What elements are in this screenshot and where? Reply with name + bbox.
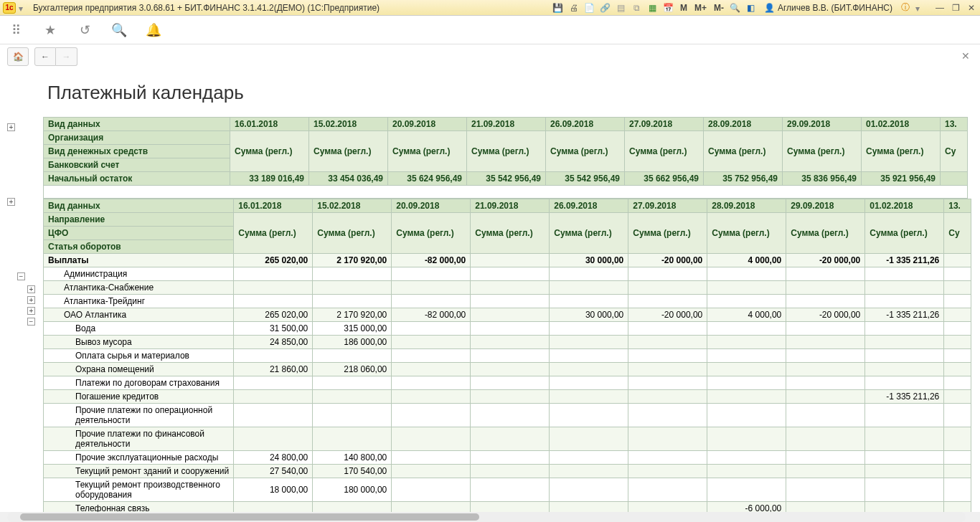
copy-icon[interactable]: ⧉ xyxy=(631,2,643,14)
cell-value xyxy=(392,363,471,376)
cell-value: -20 000,00 xyxy=(628,308,707,322)
cell-value xyxy=(707,451,786,465)
cell-value xyxy=(550,478,628,502)
forward-button[interactable]: → xyxy=(56,47,77,66)
table-row[interactable]: Охрана помещений21 860,00218 060,00 xyxy=(44,363,971,376)
print-icon[interactable]: 🖨 xyxy=(568,2,580,14)
table-row[interactable]: Вывоз мусора24 850,00186 000,00 xyxy=(44,336,971,349)
panels-icon[interactable]: ◧ xyxy=(745,2,757,14)
cell-value xyxy=(392,478,471,502)
link-icon[interactable]: 🔗 xyxy=(600,2,611,14)
cell-value xyxy=(628,376,707,390)
expand-toggle[interactable]: + xyxy=(27,307,35,315)
info-icon[interactable]: ⓘ xyxy=(900,2,911,14)
close-button[interactable]: ✕ xyxy=(966,3,977,13)
h2-label-0: Вид данных xyxy=(44,199,234,213)
table-row[interactable]: Платежи по договорам страхования xyxy=(44,376,971,390)
table-row[interactable]: Телефонная связь-6 000,00 xyxy=(44,502,971,513)
expand-toggle[interactable]: + xyxy=(27,296,35,304)
calculator-icon[interactable]: ▦ xyxy=(647,2,659,14)
cell-value xyxy=(392,322,471,336)
cell-value xyxy=(550,451,628,465)
table-row[interactable]: Выплаты265 020,002 170 920,00-82 000,003… xyxy=(44,254,971,267)
calendar-icon[interactable]: 📅 xyxy=(663,2,674,14)
home-button[interactable]: 🏠 xyxy=(7,47,29,66)
cell-value: 18 000,00 xyxy=(234,478,313,502)
expand-toggle[interactable]: + xyxy=(27,285,35,293)
search-icon[interactable]: 🔍 xyxy=(112,23,126,37)
collapse-toggle[interactable]: − xyxy=(27,318,35,326)
apps-icon[interactable]: ⠿ xyxy=(9,23,23,37)
cell-value xyxy=(944,295,971,308)
data-table: Вид данных 16.01.2018 15.02.2018 20.09.2… xyxy=(43,199,971,512)
h1-date: 13. xyxy=(941,118,968,131)
compare-icon[interactable]: ▤ xyxy=(616,2,627,14)
cell-value xyxy=(392,404,471,427)
cell-value xyxy=(944,465,971,478)
title-dropdown-icon[interactable]: ▾ xyxy=(19,4,27,12)
h2-label-2: ЦФО xyxy=(44,227,234,240)
table-row[interactable]: Текущий ремонт производственного оборудо… xyxy=(44,478,971,502)
h2-date: 28.09.2018 xyxy=(707,199,786,213)
table-row[interactable]: Прочие платежи по операционной деятельно… xyxy=(44,404,971,427)
cell-value xyxy=(628,322,707,336)
notifications-icon[interactable]: 🔔 xyxy=(146,23,161,37)
favorites-icon[interactable]: ★ xyxy=(43,23,57,37)
table-row[interactable]: Вода31 500,00315 000,00 xyxy=(44,322,971,336)
h2-date: 01.02.2018 xyxy=(865,199,944,213)
history-icon[interactable]: ↺ xyxy=(77,23,92,37)
mminus-button[interactable]: M- xyxy=(712,3,725,13)
navbar: 🏠 ← → ✕ xyxy=(0,44,980,69)
row-label: ОАО Атлантика xyxy=(44,308,234,322)
save-icon[interactable]: 💾 xyxy=(552,2,564,14)
cell-value xyxy=(550,336,628,349)
cell-value xyxy=(944,308,971,322)
h1-sum: Сумма (регл.) xyxy=(230,131,309,172)
cell-value xyxy=(234,267,313,281)
table-row[interactable]: Погашение кредитов-1 335 211,26 xyxy=(44,390,971,404)
back-button[interactable]: ← xyxy=(34,47,56,66)
h1-date: 15.02.2018 xyxy=(309,118,388,131)
table-row[interactable]: ОАО Атлантика265 020,002 170 920,00-82 0… xyxy=(44,308,971,322)
cell-value xyxy=(628,349,707,363)
h1-date: 21.09.2018 xyxy=(467,118,546,131)
window-title: Бухгалтерия предприятия 3.0.68.61 + БИТ.… xyxy=(33,3,380,13)
table-row[interactable]: Администрация xyxy=(44,267,971,281)
cell-value xyxy=(707,267,786,281)
cell-value xyxy=(707,295,786,308)
cell-value xyxy=(707,465,786,478)
h1-date: 20.09.2018 xyxy=(388,118,467,131)
cell-value: 4 000,00 xyxy=(707,254,786,267)
tab-close-icon[interactable]: ✕ xyxy=(961,50,970,62)
m-button[interactable]: M xyxy=(679,3,689,13)
document-icon[interactable]: 📄 xyxy=(584,2,595,14)
maximize-button[interactable]: ❐ xyxy=(950,3,961,13)
start-balance: 33 454 036,49 xyxy=(309,172,388,186)
h2-sum: Сумма (регл.) xyxy=(392,213,471,254)
table-row[interactable]: Оплата сырья и материалов xyxy=(44,349,971,363)
table-row[interactable]: Прочие эксплуатационные расходы24 800,00… xyxy=(44,451,971,465)
zoom-icon[interactable]: 🔍 xyxy=(730,2,741,14)
horizontal-scrollbar[interactable] xyxy=(7,512,966,522)
cell-value xyxy=(944,322,971,336)
expand-toggle[interactable]: + xyxy=(7,123,15,131)
table-row[interactable]: Атлантика-Трейдинг xyxy=(44,295,971,308)
cell-value xyxy=(392,376,471,390)
mplus-button[interactable]: M+ xyxy=(693,3,708,13)
info-dropdown-icon[interactable]: ▾ xyxy=(915,4,924,12)
cell-value: 180 000,00 xyxy=(313,478,392,502)
table-row[interactable]: Прочие платежи по финансовой деятельност… xyxy=(44,427,971,451)
cell-value xyxy=(944,254,971,267)
expand-toggle[interactable]: + xyxy=(7,198,15,206)
collapse-toggle[interactable]: − xyxy=(17,272,25,280)
cell-value: 2 170 920,00 xyxy=(313,308,392,322)
user-block[interactable]: 👤 Агличев В.В. (БИТ.ФИНАНС) xyxy=(761,3,895,13)
scrollbar-thumb[interactable] xyxy=(20,513,479,521)
table-row[interactable]: Атлантика-Снабжение xyxy=(44,281,971,295)
h1-label-0: Вид данных xyxy=(44,118,230,131)
table-row[interactable]: Текущий ремонт зданий и сооружений27 540… xyxy=(44,465,971,478)
cell-value xyxy=(392,451,471,465)
minimize-button[interactable]: — xyxy=(934,3,946,13)
cell-value: 4 000,00 xyxy=(707,308,786,322)
cell-value xyxy=(550,376,628,390)
